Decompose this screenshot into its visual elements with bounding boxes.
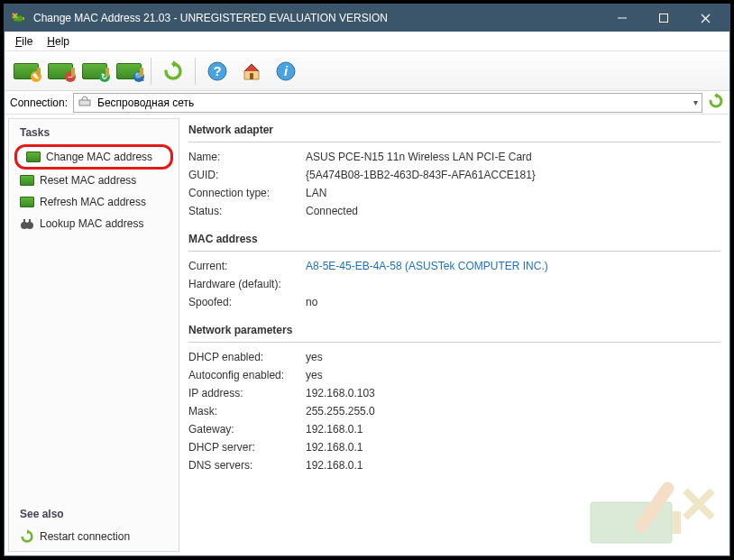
task-change-mac[interactable]: Change MAC address bbox=[14, 144, 173, 170]
svg-rect-13 bbox=[29, 219, 31, 224]
menubar: File Help bbox=[5, 32, 729, 51]
row-current: Current:A8-5E-45-EB-4A-58 (ASUSTek COMPU… bbox=[188, 257, 720, 275]
task-label: Change MAC address bbox=[46, 151, 152, 163]
svg-rect-3 bbox=[660, 14, 668, 23]
restart-icon bbox=[20, 529, 34, 544]
svg-rect-16 bbox=[632, 480, 676, 535]
row-name: Name:ASUS PCE-N15 11n Wireless LAN PCI-E… bbox=[188, 148, 720, 166]
section-mac: MAC address bbox=[188, 229, 720, 249]
task-label: Lookup MAC address bbox=[40, 217, 143, 230]
row-guid: GUID:{5A474B08-1BB2-463D-843F-AFA61ACCE1… bbox=[188, 166, 720, 184]
row-mask: Mask:255.255.255.0 bbox=[188, 402, 720, 420]
svg-text:?: ? bbox=[213, 63, 221, 78]
task-lookup-mac[interactable]: Lookup MAC address bbox=[14, 213, 173, 234]
svg-rect-1 bbox=[23, 17, 24, 20]
menu-file[interactable]: File bbox=[8, 33, 40, 50]
task-label: Reset MAC address bbox=[40, 174, 136, 187]
task-refresh-mac[interactable]: Refresh MAC address bbox=[14, 191, 173, 213]
connection-value: Беспроводная сеть bbox=[97, 96, 194, 109]
mac-current-link[interactable]: A8-5E-45-EB-4A-58 (ASUSTek COMPUTER INC.… bbox=[306, 260, 548, 272]
tb-help[interactable]: ? bbox=[201, 55, 234, 87]
row-autoconfig: Autoconfig enabled:yes bbox=[188, 366, 720, 384]
task-label: Refresh MAC address bbox=[40, 196, 146, 208]
close-button[interactable] bbox=[684, 5, 726, 32]
svg-rect-9 bbox=[79, 100, 90, 106]
window-title: Change MAC Address 21.03 - UNREGISTERED … bbox=[33, 12, 601, 24]
nic-refresh-icon bbox=[20, 195, 34, 209]
row-spoofed: Spoofed:no bbox=[188, 293, 720, 311]
minimize-button[interactable] bbox=[601, 5, 643, 32]
tb-refresh[interactable] bbox=[157, 55, 189, 87]
tb-reset-mac[interactable]: – bbox=[44, 55, 77, 87]
connection-label: Connection: bbox=[10, 96, 68, 109]
task-restart-connection[interactable]: Restart connection bbox=[14, 526, 173, 547]
toolbar: ✎ – ↻ 🔍 ? i bbox=[5, 51, 729, 91]
svg-rect-6 bbox=[250, 73, 253, 79]
row-dhcp: DHCP enabled:yes bbox=[188, 348, 720, 366]
tb-home[interactable] bbox=[235, 55, 268, 87]
maximize-button[interactable] bbox=[643, 5, 684, 32]
nic-edit-icon bbox=[26, 150, 41, 164]
task-reset-mac[interactable]: Reset MAC address bbox=[14, 170, 173, 191]
app-icon bbox=[12, 11, 26, 25]
section-params: Network parameters bbox=[188, 320, 720, 340]
row-status: Status:Connected bbox=[188, 202, 720, 220]
tb-change-mac[interactable]: ✎ bbox=[10, 55, 42, 87]
tb-lookup-mac[interactable]: 🔍 bbox=[113, 55, 145, 87]
row-ip: IP address:192.168.0.103 bbox=[188, 384, 720, 402]
binoculars-icon bbox=[20, 216, 34, 231]
tb-refresh-mac[interactable]: ↻ bbox=[78, 55, 111, 87]
app-window: Change MAC Address 21.03 - UNREGISTERED … bbox=[4, 4, 730, 556]
svg-rect-15 bbox=[672, 511, 681, 534]
chevron-down-icon: ▾ bbox=[693, 97, 698, 107]
nic-reset-icon bbox=[20, 173, 34, 188]
connection-bar: Connection: Беспроводная сеть ▾ bbox=[5, 91, 729, 115]
row-gateway: Gateway:192.168.0.1 bbox=[188, 420, 720, 438]
titlebar: Change MAC Address 21.03 - UNREGISTERED … bbox=[5, 5, 729, 32]
watermark-icon bbox=[582, 480, 726, 552]
content-panel: Network adapter Name:ASUS PCE-N15 11n Wi… bbox=[183, 115, 729, 555]
tb-about[interactable]: i bbox=[270, 55, 302, 87]
seealso-heading: See also bbox=[14, 504, 173, 526]
tb-separator bbox=[151, 58, 151, 85]
sidebar: Tasks Change MAC address Reset MAC addre… bbox=[8, 118, 179, 552]
menu-help[interactable]: Help bbox=[40, 33, 77, 50]
connection-icon bbox=[78, 95, 92, 110]
svg-rect-12 bbox=[23, 219, 25, 224]
tb-separator bbox=[195, 58, 196, 85]
svg-rect-14 bbox=[591, 502, 672, 543]
row-dns: DNS servers:192.168.0.1 bbox=[188, 456, 720, 474]
tasks-heading: Tasks bbox=[14, 123, 173, 144]
task-label: Restart connection bbox=[40, 530, 130, 543]
connection-dropdown[interactable]: Беспроводная сеть ▾ bbox=[73, 93, 702, 113]
row-hardware: Hardware (default): bbox=[188, 275, 720, 293]
row-dhcpserver: DHCP server:192.168.0.1 bbox=[188, 438, 720, 456]
row-conntype: Connection type:LAN bbox=[188, 184, 720, 202]
connection-refresh[interactable] bbox=[708, 93, 724, 112]
section-adapter: Network adapter bbox=[188, 120, 720, 140]
